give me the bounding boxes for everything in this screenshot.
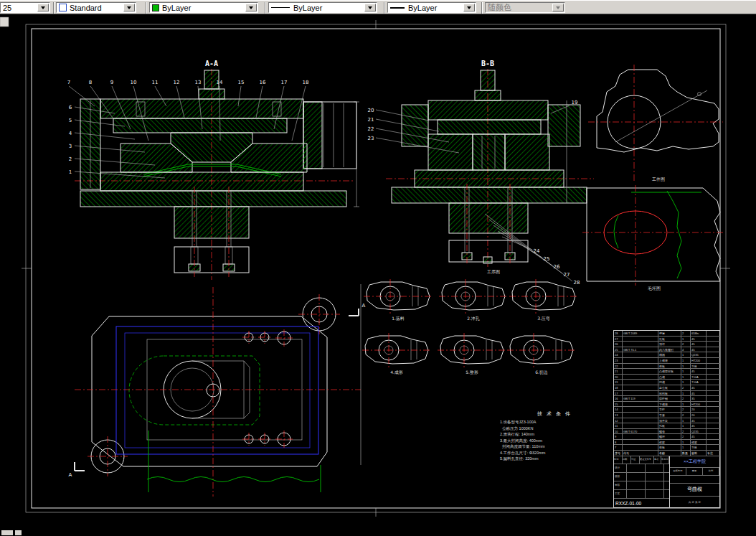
text-style-combo[interactable]: Standard xyxy=(56,2,136,13)
parts-cell: 45 xyxy=(691,369,707,375)
drawing-number: RXXZ-01-00 xyxy=(614,499,669,508)
parts-cell xyxy=(707,331,721,337)
sheet-info: 共 张 第 张 xyxy=(670,497,719,508)
parts-cell: 8 xyxy=(614,440,623,446)
parts-cell: 14 xyxy=(614,407,623,413)
parts-cell: 推板 xyxy=(658,337,681,342)
parts-cell: GB/T 2089 xyxy=(623,331,658,337)
parts-cell: 代号 xyxy=(623,451,658,456)
parts-cell: 弹簧 xyxy=(658,331,681,337)
parts-cell: 名称 xyxy=(658,451,681,456)
parts-cell: 20 xyxy=(691,407,707,413)
chevron-down-icon[interactable] xyxy=(123,4,135,11)
lineweight-combo[interactable]: ByLayer xyxy=(387,2,476,13)
parts-cell: 28 xyxy=(614,331,623,337)
sign-label: 标记 xyxy=(614,456,623,464)
generated-label: 20 xyxy=(368,108,374,113)
chevron-down-icon[interactable] xyxy=(364,4,376,11)
parts-cell xyxy=(623,445,658,451)
parts-cell xyxy=(623,418,658,424)
generated-label: 3 xyxy=(69,144,72,149)
parts-cell xyxy=(623,391,658,397)
parts-cell: 2 xyxy=(681,396,691,402)
generated-label: 1.落料 xyxy=(392,316,405,321)
section-a-view: A-A xyxy=(75,60,359,280)
parts-cell: 2 xyxy=(681,413,691,418)
parts-cell: 1 xyxy=(681,402,691,408)
role-blank-cell xyxy=(646,473,664,481)
parts-cell xyxy=(707,413,721,418)
parts-cell: 1 xyxy=(681,440,691,446)
parts-cell: 24 xyxy=(614,352,623,358)
parts-cell: 45 xyxy=(691,342,707,347)
lineweight-icon xyxy=(390,7,405,9)
parts-cell: 9 xyxy=(614,434,623,440)
generated-label: 22 xyxy=(368,126,374,132)
color-combo[interactable]: ByLayer xyxy=(149,2,258,13)
parts-cell: HT200 xyxy=(691,358,707,364)
generated-label: 13 xyxy=(195,80,202,85)
text-style-icon xyxy=(59,4,67,11)
parts-cell: GB/T 70.1 xyxy=(623,347,658,353)
parts-cell xyxy=(623,440,658,446)
parts-cell: 10 xyxy=(614,429,623,435)
process-views: 工序图 1.落料2.冲孔3.压弯4.成形5.整形6.切边 xyxy=(362,269,578,375)
generated-label: 5.整形 xyxy=(466,370,478,375)
parts-cell: 15 xyxy=(614,402,623,408)
parts-cell xyxy=(623,337,658,342)
generated-label: 3.压弯 xyxy=(537,316,550,321)
parts-cell: 螺杆 xyxy=(658,434,681,440)
linetype-combo[interactable]: ByLayer xyxy=(268,2,377,13)
parts-cell: 17 xyxy=(614,391,623,397)
parts-cell: GB/T 119 xyxy=(623,396,658,402)
stage-empty-row xyxy=(670,476,719,484)
tech-line: 3.最大封闭高度: 400mm xyxy=(500,438,609,444)
section-mark-a-bottom: A xyxy=(69,472,72,478)
generated-label: 16 xyxy=(260,80,266,85)
parts-cell: 下模座 xyxy=(658,402,681,408)
tech-conditions-title: 技 术 条 件 xyxy=(500,410,609,418)
statusbar-fragment xyxy=(15,530,22,535)
parts-cell xyxy=(623,402,658,408)
parts-cell: 2 xyxy=(681,342,691,347)
properties-toolbar: 25 Standard ByLayer ByLayer ByLayer xyxy=(0,0,756,14)
chevron-down-icon[interactable] xyxy=(37,4,49,11)
parts-cell: 2 xyxy=(681,407,691,413)
chevron-down-icon xyxy=(552,4,564,11)
chevron-down-icon[interactable] xyxy=(245,4,257,11)
title-block: 28GB/T 2089弹簧265Mn27推板14526顶杆24525GB/T 7… xyxy=(613,330,720,508)
role-label: 设计 xyxy=(614,464,627,472)
parts-cell: 导柱 xyxy=(658,407,681,413)
linetype-icon xyxy=(271,7,290,8)
generated-label: 25 xyxy=(544,256,550,262)
parts-cell: 4 xyxy=(681,347,691,353)
parts-cell: 1 xyxy=(681,358,691,364)
generated-label: 21 xyxy=(368,117,374,123)
plan-view: A A xyxy=(69,284,366,497)
sign-label: 分区 xyxy=(631,456,640,464)
chevron-down-icon[interactable] xyxy=(463,4,475,11)
parts-cell: 凸模 xyxy=(658,375,681,380)
parts-cell: 2 xyxy=(681,434,691,440)
layer-combo[interactable]: 25 xyxy=(0,2,50,13)
parts-cell: 1 xyxy=(681,418,691,424)
parts-cell xyxy=(623,358,658,364)
parts-cell: 1 xyxy=(681,391,691,397)
color-swatch-icon xyxy=(152,4,159,11)
parts-cell: 顶杆 xyxy=(658,342,681,347)
parts-cell: 19 xyxy=(614,380,623,385)
parts-cell: 序号 xyxy=(614,451,623,456)
parts-cell: T8A xyxy=(691,364,707,370)
parts-cell: 内六角螺钉 xyxy=(658,347,681,353)
color-value: ByLayer xyxy=(162,4,257,12)
part-profile-view: 工件图 xyxy=(588,65,723,182)
tech-line: 封闭高度调节量: 110mm xyxy=(500,443,609,450)
parts-cell: 12 xyxy=(614,418,623,424)
parts-cell xyxy=(707,423,721,429)
parts-cell: 1 xyxy=(681,369,691,375)
generated-label: 6.切边 xyxy=(535,370,548,375)
parts-cell: 22 xyxy=(614,364,623,370)
parts-cell: 23 xyxy=(614,358,623,364)
parts-cell: 45 xyxy=(691,423,707,429)
parts-cell: 材料 xyxy=(691,451,707,456)
